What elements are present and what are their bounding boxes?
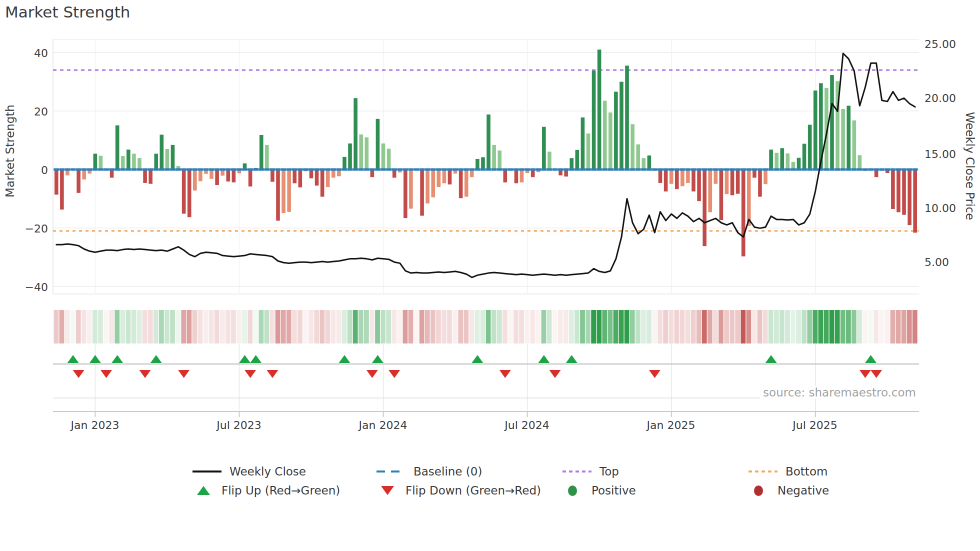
legend-label: Flip Up (Red→Green)	[222, 484, 340, 497]
legend-label: Weekly Close	[230, 465, 306, 478]
strength-bars	[54, 50, 917, 256]
gridlines	[53, 40, 919, 412]
dotted-orange-swatch-icon	[748, 470, 778, 472]
right-axis-tick: 20.00	[924, 92, 964, 104]
flip-up-marker	[90, 355, 101, 363]
flip-down-marker	[366, 370, 378, 378]
x-axis-tick: Jan 2024	[359, 419, 408, 432]
line-swatch-icon	[192, 470, 222, 472]
right-axis-tick: 15.00	[924, 148, 964, 160]
legend-item-flip-up: Flip Up (Red→Green)	[192, 482, 340, 499]
left-axis-tick: −20	[14, 222, 48, 235]
legend-item-top: Top	[562, 463, 619, 480]
left-axis-tick: −40	[14, 281, 48, 294]
flip-down-marker	[244, 370, 256, 378]
flip-markers	[53, 355, 919, 378]
right-axis-tick: 10.00	[924, 202, 964, 214]
flip-up-marker	[566, 355, 578, 363]
flip-up-marker	[112, 355, 123, 363]
strength-heatmap	[54, 310, 918, 344]
legend-label: Positive	[592, 484, 636, 497]
flip-up-marker	[865, 355, 876, 363]
flip-up-marker	[250, 355, 262, 363]
dashed-blue-swatch-icon	[376, 470, 406, 472]
flip-up-marker	[766, 355, 777, 363]
negative-dot-icon	[754, 486, 763, 496]
flip-down-marker	[388, 370, 400, 378]
legend-item-negative: Negative	[748, 482, 829, 499]
legend-item-flip-down: Flip Down (Green→Red)	[376, 482, 541, 499]
flip-down-marker	[73, 370, 84, 378]
flip-down-marker	[860, 370, 871, 378]
x-axis-tick: Jan 2025	[647, 419, 696, 432]
x-axis-tick: Jul 2024	[504, 419, 550, 432]
legend-item-bottom: Bottom	[748, 463, 828, 480]
market-strength-chart	[0, 0, 980, 551]
x-axis-tick: Jul 2025	[792, 419, 838, 432]
positive-dot-icon	[568, 486, 577, 496]
source-note: source: sharemaestro.com	[760, 386, 919, 399]
flip-up-marker	[68, 355, 79, 363]
flip-up-marker	[239, 355, 250, 363]
triangle-down-icon	[381, 486, 394, 495]
right-axis-tick: 5.00	[924, 256, 964, 268]
x-axis-tick: Jul 2023	[216, 419, 262, 432]
flip-up-marker	[372, 355, 384, 363]
x-axis	[53, 398, 919, 417]
triangle-up-icon	[197, 486, 210, 495]
left-axis-label: Market Strength	[4, 104, 16, 198]
flip-up-marker	[150, 355, 162, 363]
legend-label: Flip Down (Green→Red)	[406, 484, 541, 497]
flip-up-marker	[472, 355, 483, 363]
flip-down-marker	[140, 370, 151, 378]
market-strength-figure: Market Strength 40 20 0 −20 −40 25.00 20…	[0, 0, 980, 551]
legend-item-weekly-close: Weekly Close	[192, 463, 306, 480]
x-axis-tick: Jan 2023	[71, 419, 120, 432]
flip-down-marker	[550, 370, 561, 378]
flip-down-marker	[178, 370, 190, 378]
legend-label: Top	[600, 465, 619, 478]
flip-down-marker	[649, 370, 660, 378]
flip-up-marker	[538, 355, 550, 363]
dotted-purple-swatch-icon	[562, 470, 592, 472]
legend-label: Bottom	[786, 465, 828, 478]
flip-down-marker	[870, 370, 882, 378]
legend-item-baseline: Baseline (0)	[376, 463, 482, 480]
legend-label: Baseline (0)	[414, 465, 482, 478]
right-axis-tick: 25.00	[924, 38, 964, 50]
left-axis-tick: 40	[14, 47, 48, 60]
flip-down-marker	[100, 370, 112, 378]
flip-down-marker	[500, 370, 511, 378]
legend-label: Negative	[778, 484, 829, 497]
flip-down-marker	[266, 370, 278, 378]
legend-item-positive: Positive	[562, 482, 636, 499]
left-axis-tick: 0	[14, 164, 48, 176]
right-axis-label: Weekly Close Price	[964, 106, 976, 226]
left-axis-tick: 20	[14, 106, 48, 118]
flip-up-marker	[338, 355, 350, 363]
